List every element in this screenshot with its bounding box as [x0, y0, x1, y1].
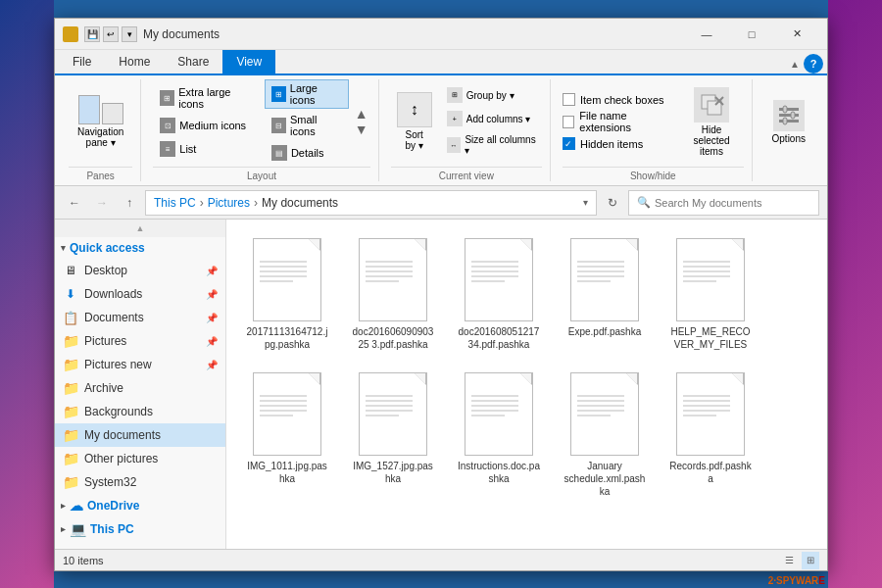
sidebar-item-backgrounds[interactable]: 📁 Backgrounds [55, 400, 225, 423]
file-name-ext-checkbox[interactable] [563, 116, 574, 128]
file-name-extensions-row[interactable]: File name extensions [563, 110, 676, 133]
thispc-icon: 💻 [70, 521, 86, 537]
file-item[interactable]: Instructions.doc.pashka [450, 366, 548, 505]
sort-by-label: Sortby ▾ [406, 129, 423, 151]
sidebar-item-other-pictures[interactable]: 📁 Other pictures [55, 447, 225, 470]
minimize-button[interactable]: — [684, 19, 729, 50]
add-columns-button[interactable]: + Add columns ▾ [442, 108, 542, 129]
file-name: Instructions.doc.pashka [457, 460, 541, 485]
tab-file[interactable]: File [59, 50, 105, 74]
list-button[interactable]: ≡ List [153, 138, 261, 160]
tab-view[interactable]: View [222, 50, 275, 74]
sidebar-scroll-up[interactable]: ▲ [55, 220, 225, 237]
documents-icon: 📋 [63, 310, 78, 325]
layout-left-group: ⊞ Extra large icons ⊡ Medium icons ≡ Lis… [153, 83, 261, 160]
quick-dropdown-button[interactable]: ▾ [122, 26, 137, 42]
sidebar-thispc-header[interactable]: ▸ 💻 This PC [55, 517, 225, 541]
file-item[interactable]: 20171113164712.jpg.pashka [238, 231, 336, 358]
navigation-pane-button[interactable]: Navigationpane ▾ [69, 90, 132, 153]
downloads-pin-icon: 📌 [206, 289, 218, 300]
svg-rect-7 [783, 106, 787, 113]
file-explorer-window: 💾 ↩ ▾ My documents — □ ✕ File Home Share… [54, 18, 828, 571]
tab-share[interactable]: Share [164, 50, 222, 74]
add-cols-icon: + [447, 111, 463, 126]
file-icon [465, 238, 533, 321]
file-name: doc20160805121734.pdf.pashka [457, 325, 541, 351]
file-item[interactable]: IMG_1527.jpg.pashka [344, 366, 442, 505]
maximize-button[interactable]: □ [729, 19, 774, 50]
sidebar-other-pictures-label: Other pictures [84, 452, 158, 466]
current-view-label: Current view [391, 167, 542, 181]
sidebar-item-system32[interactable]: 📁 System32 [55, 470, 225, 494]
item-check-boxes-row[interactable]: Item check boxes [563, 93, 676, 106]
large-icons-button[interactable]: ⊞ Large icons [265, 79, 349, 109]
list-icon: ≡ [160, 141, 175, 157]
forward-button[interactable]: → [90, 191, 114, 215]
file-item[interactable]: January schedule.xml.pashka [556, 366, 654, 505]
sidebar-onedrive-header[interactable]: ▸ ☁ OneDrive [55, 494, 225, 517]
search-input[interactable] [655, 197, 792, 209]
list-view-button[interactable]: ☰ [780, 552, 798, 569]
svg-rect-6 [779, 120, 799, 122]
group-by-button[interactable]: ⊞ Group by ▾ [442, 84, 542, 106]
small-icons-button[interactable]: ⊟ Small icons [265, 111, 349, 140]
search-icon: 🔍 [637, 196, 651, 209]
quick-undo-button[interactable]: ↩ [103, 26, 119, 42]
file-item[interactable]: Records.pdf.pashka [662, 366, 760, 505]
sidebar-item-my-documents[interactable]: 📁 My documents [55, 423, 225, 447]
sidebar-item-documents[interactable]: 📋 Documents 📌 [55, 306, 225, 329]
extra-large-icons-button[interactable]: ⊞ Extra large icons [153, 83, 261, 113]
ribbon-collapse-arrow[interactable]: ▲ [790, 59, 800, 70]
hidden-items-row[interactable]: ✓ Hidden items [563, 137, 676, 150]
file-item[interactable]: doc20160805121734.pdf.pashka [450, 231, 548, 358]
quick-save-button[interactable]: 💾 [84, 26, 100, 42]
file-item[interactable]: Expe.pdf.pashka [556, 231, 654, 358]
hide-selected-button[interactable]: Hide selected items [679, 83, 743, 161]
item-check-box-checkbox[interactable] [563, 93, 575, 106]
back-button[interactable]: ← [63, 191, 86, 215]
sort-by-button[interactable]: ↕ Sortby ▾ [391, 88, 438, 155]
file-name: doc20160609090325 3.pdf.pashka [351, 325, 435, 351]
quick-access-label: Quick access [70, 241, 145, 255]
sidebar-item-pictures-new[interactable]: 📁 Pictures new 📌 [55, 353, 225, 376]
quick-access-toolbar: 💾 ↩ ▾ [84, 26, 137, 42]
file-name: Expe.pdf.pashka [568, 325, 642, 338]
onedrive-chevron: ▸ [61, 501, 66, 511]
breadcrumb-this-pc[interactable]: This PC [154, 196, 196, 210]
sidebar-my-documents-label: My documents [84, 428, 161, 442]
statusbar: 10 items ☰ ⊞ [55, 549, 827, 570]
hidden-items-checkbox[interactable]: ✓ [563, 137, 575, 150]
close-button[interactable]: ✕ [774, 19, 819, 50]
sidebar-item-pictures[interactable]: 📁 Pictures 📌 [55, 329, 225, 353]
sidebar-documents-label: Documents [84, 311, 144, 324]
file-item[interactable]: IMG_1011.jpg.pashka [238, 366, 336, 505]
breadcrumb-dropdown-button[interactable]: ▾ [583, 197, 588, 208]
size-all-cols-button[interactable]: ↔ Size all columns ▾ [442, 131, 542, 159]
file-name: HELP_ME_RECOVER_MY_FILES [668, 325, 753, 351]
medium-icons-button[interactable]: ⊡ Medium icons [153, 115, 261, 136]
layout-scroll-down[interactable]: ▼ [355, 122, 368, 137]
help-button[interactable]: ? [804, 54, 823, 74]
tab-home[interactable]: Home [105, 50, 164, 74]
thispc-label: This PC [90, 522, 134, 536]
refresh-button[interactable]: ↻ [601, 191, 624, 215]
addressbar: ← → ↑ This PC › Pictures › My documents … [55, 186, 827, 220]
sidebar-item-desktop[interactable]: 🖥 Desktop 📌 [55, 259, 225, 282]
sidebar-item-downloads[interactable]: ⬇ Downloads 📌 [55, 282, 225, 306]
breadcrumb-pictures[interactable]: Pictures [208, 196, 250, 210]
options-label: Options [772, 133, 806, 144]
large-icon: ⊞ [271, 86, 286, 102]
sidebar-item-archive[interactable]: 📁 Archive [55, 376, 225, 400]
file-item[interactable]: HELP_ME_RECOVER_MY_FILES [662, 231, 760, 358]
breadcrumb[interactable]: This PC › Pictures › My documents ▾ [145, 190, 597, 216]
file-name: IMG_1527.jpg.pashka [351, 460, 435, 485]
layout-scroll-up[interactable]: ▲ [355, 106, 368, 122]
grid-view-button[interactable]: ⊞ [802, 552, 819, 569]
details-button[interactable]: ▤ Details [265, 142, 349, 164]
layout-right-group: ⊞ Large icons ⊟ Small icons ▤ Details [265, 79, 349, 164]
hide-selected-label: Hide selected items [685, 124, 737, 157]
file-item[interactable]: doc20160609090325 3.pdf.pashka [344, 231, 442, 358]
sidebar-quick-access-header[interactable]: ▾ Quick access [55, 237, 225, 259]
up-button[interactable]: ↑ [118, 191, 141, 215]
options-button[interactable]: Options [764, 96, 813, 148]
